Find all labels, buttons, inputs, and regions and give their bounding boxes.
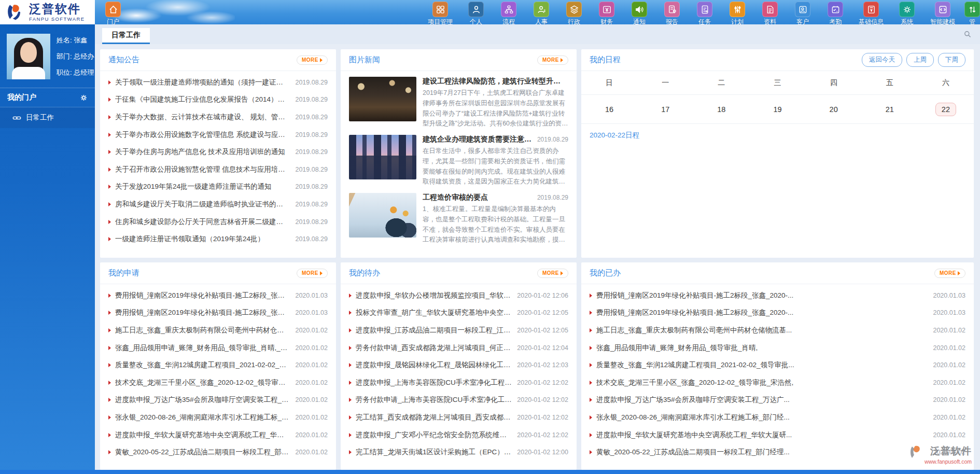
sidebar-item-daily-work[interactable]: 日常工作 <box>0 107 95 128</box>
calendar-day[interactable]: 17 <box>637 103 693 116</box>
notice-row[interactable]: 于征集《中国建筑施工行业信息化发展报告（2014）—BIM应用与发... 201… <box>108 91 328 109</box>
todo-row[interactable]: 进度款申报_上海市美容医院ICU手术室净化工程_上海市美容医... 2020-0… <box>349 374 568 392</box>
todo-row[interactable]: 进度款申报_华软办公楼增加视频监控项目_华软办公楼增加视频... 2020-01… <box>349 287 568 304</box>
nav-item-portal[interactable]: 门户 <box>99 0 127 24</box>
settings-gear-icon[interactable] <box>80 94 88 102</box>
notice-row[interactable]: 住房和城乡建设部办公厅关于同意吉林省开展二级建造师注册证书电... 2019.0… <box>108 213 328 231</box>
todo-row[interactable]: 进度款申报_广安邓小平纪念馆安全防范系统维护保养项目_广安... 2020-01… <box>349 426 568 444</box>
application-row[interactable]: 质量整改_张鑫_华润12城房建工程项目_2021-02-02_领导审批... 2… <box>108 356 328 374</box>
todo-row[interactable]: 进度款申报_江苏成品油二期项目一标段工程_江苏成品油二期项... 2020-01… <box>349 322 568 339</box>
done-row[interactable]: 进度款申报_万达广场35#会所及咖啡厅空调安装工程_万达广... 2020.01… <box>590 392 965 409</box>
todo-row[interactable]: 劳务付款申请_上海市美容医院ICU手术室净化工程_李若君_上... 2020-0… <box>349 392 568 409</box>
todo-row[interactable]: 劳务付款申请_西安成都路龙湖上河城项目_何正茂_西安成都路... 2020-01… <box>349 339 568 357</box>
application-row[interactable]: 费用报销_潼南区2019年绿化补贴项目-施工2标段_张鑫_2020-... 20… <box>108 287 328 304</box>
application-row[interactable]: 施工日志_张鑫_重庆太极制药有限公司亳州中药材仓储物流基... 2020.01.… <box>108 322 328 339</box>
done-row[interactable]: 施工日志_张鑫_重庆太极制药有限公司亳州中药材仓储物流基... 2020.01.… <box>590 322 965 339</box>
news-item[interactable]: 建设工程法律风险防范，建筑行业转型升级之路沙龙活动 2019年7月27日下午，土… <box>349 77 568 129</box>
todos-more-button[interactable]: MORE <box>537 269 568 278</box>
todo-date: 2020-01-02 12:06 <box>517 292 568 299</box>
application-row[interactable]: 技术交底_龙湖三千里小区_张鑫_2020-12-02_领导审批_宋浩... 20… <box>108 374 328 392</box>
notice-row[interactable]: 关于举办住房与房地产信息化 技术及应用培训班的通知 2019.08.29 <box>108 143 328 161</box>
done-row[interactable]: 进度款申报_华软大厦研究基地中央空调系统工程_华软大厦研... 2020.01.… <box>590 426 965 444</box>
news-title[interactable]: 建设工程法律风险防范，建筑行业转型升级之路沙龙活动 <box>423 77 564 86</box>
done-row[interactable]: 技术交底_龙湖三千里小区_张鑫_2020-12-02_领导审批_宋浩然, 202… <box>590 374 965 392</box>
dashboard-content: 通知公告 MORE 关于领取一级注册建造师增项贴的通知（须持一建证书前来领取） … <box>95 44 980 470</box>
search-icon[interactable] <box>963 30 972 38</box>
application-row[interactable]: 进度款申报_华软大厦研究基地中央空调系统工程_华软大厦研... 2020.01.… <box>108 426 328 444</box>
prev-week-button[interactable]: 上周 <box>906 53 934 67</box>
nav-item-plan[interactable]: 计划 <box>723 0 751 24</box>
bullet-icon <box>590 415 592 420</box>
nav-item-partial[interactable]: 管 <box>964 0 980 24</box>
more-arrow-icon <box>320 58 323 62</box>
nav-item-project-mgmt[interactable]: 项目管理 <box>423 0 457 24</box>
notice-row[interactable]: 关于举办大数据、云计算技术在城市建设、 规划、管理与服务中的应... 2019.… <box>108 108 328 126</box>
nav-item-base-info[interactable]: 基础信息 <box>854 0 888 24</box>
todo-row[interactable]: 完工结算_龙湖天街城1区设计采购施工（EPC）总承包工程_龙... 2020-0… <box>349 443 568 461</box>
news-item[interactable]: 建筑企业办理建筑资质需要注意哪些细节 2019.08.29 在日常生活中，很多人… <box>349 135 568 187</box>
nav-item-material[interactable]: 资料 <box>756 0 784 24</box>
notice-row[interactable]: 房和城乡建设厅关于取消二级建造师临时执业证书的公告 2019.08.29 <box>108 196 328 213</box>
done-row[interactable]: 张鑫_用品领用申请_账簿_财务用品_领导审批_肖晴, 2020.01.02 <box>590 339 965 357</box>
nav-item-admin[interactable]: 行政 <box>560 0 588 24</box>
calendar-day[interactable]: 20 <box>806 103 862 116</box>
notice-row[interactable]: 关于举办市政公用设施数字化管理信息 系统建设与应用培训班的通知 2019.08.… <box>108 126 328 144</box>
todo-date: 2020-01-02 12:02 <box>517 396 568 403</box>
nav-item-workflow[interactable]: 流程 <box>495 0 523 24</box>
news-title[interactable]: 建筑企业办理建筑资质需要注意哪些细节 <box>423 135 533 144</box>
nav-item-customer[interactable]: 客户 <box>789 0 817 24</box>
weekday-row: 日一二三四五六 <box>581 71 974 95</box>
done-row[interactable]: 张永银_2020-08-26_湖南洞庭湖水库引水工程施工标_部门经... 202… <box>590 409 965 426</box>
todo-row[interactable]: 进度款申报_晟铭园林绿化工程_晟铭园林绿化工程_陈菲_陈菲 2020-01-02… <box>349 356 568 374</box>
nav-item-hr[interactable]: 人事 <box>527 0 555 24</box>
application-row[interactable]: 进度款申报_万达广场35#会所及咖啡厅空调安装工程_万达广... 2020.01… <box>108 392 328 409</box>
bullet-icon <box>108 398 111 402</box>
back-to-today-button[interactable]: 返回今天 <box>862 53 902 67</box>
notice-date: 2019.08.29 <box>295 79 328 86</box>
gear-icon <box>899 2 915 17</box>
application-row[interactable]: 费用报销_潼南区2019年绿化补贴项目-施工2标段_张鑫_2020-... 20… <box>108 304 328 322</box>
nav-item-smart-modeling[interactable]: 智能建模 <box>926 0 960 24</box>
notice-row[interactable]: 关于发放2019年第24批一级建造师注册证书的通知 2019.08.29 <box>108 178 328 196</box>
nav-item-system[interactable]: 系统 <box>893 0 921 24</box>
notice-row[interactable]: 关于召开市政公用设施智慧化管理 信息技术与应用培训班的通知 2019.08.29 <box>108 161 328 178</box>
calendar-day[interactable]: 16 <box>581 103 637 116</box>
more-arrow-icon <box>320 271 323 275</box>
bullet-icon <box>349 450 352 454</box>
nav-item-personal[interactable]: 个人 <box>462 0 490 24</box>
bullet-icon <box>590 294 592 298</box>
application-row[interactable]: 黄敏_2020-05-22_江苏成品油二期项目一标段工程_部门经理... 202… <box>108 443 328 461</box>
nav-item-task[interactable]: 任务 <box>691 0 719 24</box>
tab-daily-work[interactable]: 日常工作 <box>102 28 150 44</box>
calendar-day[interactable]: 22 <box>918 103 974 116</box>
notice-row[interactable]: 一级建造师注册证书领取通知（2019年第24批） 2019.08.29 <box>108 230 328 248</box>
done-row[interactable]: 费用报销_潼南区2019年绿化补贴项目-施工2标段_张鑫_2020-... 20… <box>590 304 965 322</box>
application-row[interactable]: 张永银_2020-08-26_湖南洞庭湖水库引水工程施工标_部门经... 202… <box>108 409 328 426</box>
nav-item-report[interactable]: 报告 <box>658 0 686 24</box>
calendar-day[interactable]: 18 <box>693 103 749 116</box>
done-more-button[interactable]: MORE <box>934 269 965 278</box>
applications-more-button[interactable]: MORE <box>297 269 328 278</box>
calendar-day[interactable]: 19 <box>749 103 805 116</box>
nav-item-finance[interactable]: 财务 <box>593 0 621 24</box>
application-date: 2020.01.03 <box>295 309 328 316</box>
calendar-day[interactable]: 21 <box>862 103 918 116</box>
news-thumbnail <box>349 135 416 179</box>
sidebar: 姓名: 张鑫 部门: 总经办 职位: 总经理 我的门户 日常工作 <box>0 24 95 470</box>
todo-date: 2020-01-02 12:05 <box>517 327 568 334</box>
notice-row[interactable]: 关于领取一级注册建造师增项贴的通知（须持一建证书前来领取） 2019.08.29 <box>108 74 328 91</box>
done-row[interactable]: 质量整改_张鑫_华润12城房建工程项目_2021-02-02_领导审批... 2… <box>590 356 965 374</box>
sidebar-section-my-portal: 我的门户 <box>0 88 95 107</box>
todo-row[interactable]: 投标文件审查_胡广生_华软大厦研究基地中央空调系统工程_20... 2020-0… <box>349 304 568 322</box>
dates-row: 16171819202122 <box>581 95 974 124</box>
todo-row[interactable]: 完工结算_西安成都路龙湖上河城项目_西安成都路龙湖上河城项... 2020-01… <box>349 409 568 426</box>
nav-item-attendance[interactable]: 考勤 <box>821 0 849 24</box>
nav-item-notice[interactable]: 通知 <box>625 0 653 24</box>
application-row[interactable]: 张鑫_用品领用申请_账簿_财务用品_领导审批_肖晴,_运行中 2020.01.0… <box>108 339 328 357</box>
notices-more-button[interactable]: MORE <box>297 55 328 65</box>
news-item[interactable]: 工程造价审核的要点 2019.08.29 1、核准工程量。工程量是编制决算最基本… <box>349 193 568 245</box>
news-title[interactable]: 工程造价审核的要点 <box>423 193 488 202</box>
next-week-button[interactable]: 下周 <box>938 53 965 67</box>
news-more-button[interactable]: MORE <box>537 55 568 65</box>
done-row[interactable]: 费用报销_潼南区2019年绿化补贴项目-施工2标段_张鑫_2020-... 20… <box>590 287 965 304</box>
